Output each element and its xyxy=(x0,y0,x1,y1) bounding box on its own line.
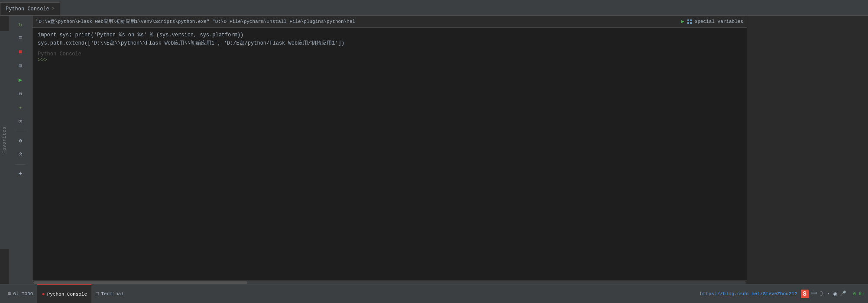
todo-label: 6: TODO xyxy=(13,291,33,297)
up-count: 0 K↑ xyxy=(853,291,865,297)
cmd-text: "D:\E盘\python\Flask Web应用\初始应用1\venv\Scr… xyxy=(36,18,355,25)
tab-label: Python Console xyxy=(6,6,49,12)
terminal-icon: □ xyxy=(96,291,99,297)
svg-rect-0 xyxy=(687,19,689,21)
terminal-tab[interactable]: □ Terminal xyxy=(91,284,128,303)
content-wrapper: Favorites ↻ ≡ ■ ⊞ ▶ ⊟ ✦ ∞ ⚙ ⏱ + "D:\E盘\p… xyxy=(0,16,868,284)
settings-button[interactable]: ⚙ xyxy=(14,135,26,147)
left-toolbar: ↻ ≡ ■ ⊞ ▶ ⊟ ✦ ∞ ⚙ ⏱ + xyxy=(9,16,32,284)
debug-button[interactable]: ✦ xyxy=(14,101,26,113)
status-numbers: 0 K↑ xyxy=(853,291,865,297)
python-console-bottom-tab[interactable]: ● Python Console xyxy=(37,284,91,303)
stop-button[interactable]: ■ xyxy=(14,46,26,58)
svg-rect-1 xyxy=(690,19,692,21)
toolbar-separator xyxy=(15,131,26,131)
chinese-icon: 中 xyxy=(811,290,817,298)
notif-area: S 中 ☽ · ◉ 🎤 xyxy=(801,290,846,298)
refresh-button[interactable]: ↻ xyxy=(14,18,26,30)
favorites-bar[interactable]: Favorites xyxy=(0,31,9,249)
todo-tab[interactable]: ≡ 6: TODO xyxy=(3,284,37,303)
clock-button[interactable]: ⏱ xyxy=(14,148,26,161)
list-button[interactable]: ≡ xyxy=(14,32,26,44)
python-console-tab[interactable]: Python Console × xyxy=(0,2,60,15)
arrow-icon: ▶ xyxy=(681,18,684,25)
vars-grid-icon xyxy=(687,19,692,24)
close-icon[interactable]: × xyxy=(52,6,55,11)
loop-button[interactable]: ∞ xyxy=(14,115,26,127)
toolbar-separator-2 xyxy=(15,164,26,164)
cmd-line: "D:\E盘\python\Flask Web应用\初始应用1\venv\Scr… xyxy=(32,16,747,28)
python-console-bottom-label: Python Console xyxy=(47,292,87,297)
grid-icon xyxy=(687,19,692,24)
console-prompt[interactable]: >>> xyxy=(38,57,742,63)
scrollbar-thumb[interactable] xyxy=(33,281,247,284)
todo-icon: ≡ xyxy=(8,291,11,297)
dot-icon: · xyxy=(826,290,831,298)
add-button[interactable]: + xyxy=(14,168,26,180)
run-button[interactable]: ▶ xyxy=(14,74,26,86)
special-vars-label: Special Variables xyxy=(695,19,743,24)
print-button[interactable]: ⊟ xyxy=(14,87,26,100)
console-line-2: sys.path.extend(['D:\\E盘\\python\\Flask … xyxy=(38,39,742,48)
bottom-bar: ≡ 6: TODO ● Python Console □ Terminal ht… xyxy=(0,284,868,303)
svg-rect-2 xyxy=(687,22,689,24)
tab-bar: Python Console × xyxy=(0,0,868,16)
table-button[interactable]: ⊞ xyxy=(14,60,26,72)
special-vars-panel[interactable]: ▶ Special Variables xyxy=(681,18,743,25)
console-line-1: import sys; print('Python %s on %s' % (s… xyxy=(38,31,742,39)
bottom-right: https://blog.csdn.net/SteveZhou212 S 中 ☽… xyxy=(700,290,865,298)
scrollbar-track[interactable] xyxy=(33,281,746,284)
user-icon: ◉ xyxy=(833,290,837,297)
s-badge: S xyxy=(801,290,809,298)
mic-icon: 🎤 xyxy=(840,290,846,297)
right-panel xyxy=(747,16,868,284)
console-placeholder: Python Console xyxy=(38,51,742,57)
console-output[interactable]: import sys; print('Python %s on %s' % (s… xyxy=(32,28,747,280)
svg-rect-3 xyxy=(690,22,692,24)
console-area: "D:\E盘\python\Flask Web应用\初始应用1\venv\Scr… xyxy=(32,16,747,284)
horizontal-scrollbar[interactable] xyxy=(32,280,747,284)
terminal-label: Terminal xyxy=(101,291,124,297)
status-url[interactable]: https://blog.csdn.net/SteveZhou212 xyxy=(700,291,797,297)
moon-icon: ☽ xyxy=(820,290,823,297)
favorites-label: Favorites xyxy=(2,126,7,154)
python-console-bottom-icon: ● xyxy=(42,291,45,297)
